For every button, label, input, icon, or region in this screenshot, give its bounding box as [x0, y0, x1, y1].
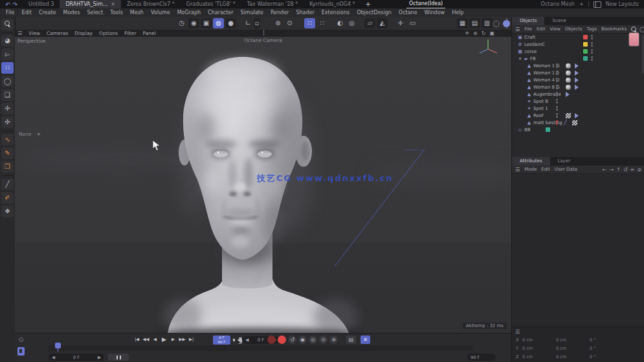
workplane-mode-icon[interactable]: ◭	[377, 18, 388, 28]
viewport-menu-filter[interactable]: Filter	[124, 30, 137, 36]
texture-mode-icon[interactable]: ▱	[364, 18, 375, 28]
interactive-render-icon[interactable]: ◌	[491, 18, 502, 28]
menu-file[interactable]: File	[6, 10, 14, 16]
menu-window[interactable]: Window	[425, 10, 445, 16]
viewport-menu-icon[interactable]: ☰	[17, 30, 22, 36]
document-tab[interactable]: Untitled 3	[23, 0, 60, 8]
viewport-pan-icon[interactable]: ✛	[465, 30, 469, 36]
menu-extensions[interactable]: Extensions	[322, 10, 350, 16]
object-row[interactable]: ▲ Woman 8 G	[512, 83, 644, 90]
opacity-slider[interactable]	[502, 17, 512, 29]
tab-scene[interactable]: Scene	[544, 17, 573, 25]
history-icon[interactable]: ◷	[176, 18, 187, 28]
rotate-tool[interactable]: ◯	[1, 76, 14, 87]
live-selection-tool[interactable]: ◕	[1, 35, 14, 47]
viewport-menu-display[interactable]: Display	[74, 30, 93, 36]
coord-row-x[interactable]: X 0 cm 0 cm 0 °	[512, 336, 644, 343]
object-row[interactable]: ⚙ LeoSkinC	[512, 41, 644, 48]
tab-layer[interactable]: Layer	[550, 157, 579, 165]
select-tool[interactable]: ▻	[1, 48, 14, 60]
attr-history-icon[interactable]: ↺	[623, 167, 628, 173]
autokey-button[interactable]: ↺	[288, 335, 296, 344]
om-menu-tags[interactable]: Tags	[587, 27, 597, 32]
pen-tag-icon[interactable]: ╱	[564, 120, 570, 125]
visibility-dots[interactable]	[556, 63, 558, 69]
visibility-dots[interactable]	[556, 85, 558, 90]
position-value[interactable]: 0 cm	[522, 337, 556, 343]
frame-decrement-icon[interactable]: ◀	[245, 337, 249, 343]
timeline-track[interactable]	[49, 345, 472, 351]
octane-tab[interactable]: Octane(Idea)	[406, 0, 445, 8]
menu-edit[interactable]: Edit	[21, 10, 32, 16]
object-row[interactable]: ▲ Woman 1.0	[512, 69, 644, 76]
visibility-dots[interactable]	[556, 106, 558, 111]
next-frame-button[interactable]: ▶	[169, 335, 177, 344]
close-icon[interactable]: ×	[111, 1, 115, 7]
om-search-icon[interactable]	[631, 27, 637, 32]
render-view-icon[interactable]: ▦	[457, 18, 468, 28]
marker-flag-icon[interactable]	[17, 347, 25, 356]
object-row[interactable]: ✦ Spot 1	[512, 105, 644, 112]
menu-help[interactable]: Help	[452, 10, 463, 16]
record-button[interactable]: ●	[278, 335, 286, 344]
next-key-button[interactable]: ▶▶	[178, 335, 186, 344]
visibility-dots[interactable]	[556, 113, 558, 118]
render-region-icon[interactable]: ▤	[469, 18, 480, 28]
play-button[interactable]: ▶	[160, 335, 168, 344]
document-tab-active[interactable]: DRAHTVA_Sim...×	[60, 0, 121, 8]
record-off-button[interactable]: ●	[267, 335, 276, 344]
object-row-group[interactable]: ▾ ▰ FB	[512, 55, 644, 62]
range-zoom-handle[interactable]	[108, 354, 129, 361]
tag-icon[interactable]	[566, 92, 572, 97]
timeline-playhead[interactable]	[55, 343, 61, 351]
visibility-dots[interactable]	[591, 56, 593, 61]
viewport-rotate-icon[interactable]: ↻	[482, 30, 486, 36]
texture-tag-icon[interactable]	[566, 113, 571, 118]
layer-chip[interactable]	[583, 56, 588, 61]
attr-back-icon[interactable]: ←	[603, 167, 607, 173]
tab-attributes[interactable]: Attributes	[512, 157, 550, 165]
move-tool-icon[interactable]: ◍	[213, 18, 224, 28]
coord-row-z[interactable]: Z 0 cm 0 cm 0 °	[512, 353, 644, 360]
selection-box-button[interactable]: ▤	[346, 335, 356, 344]
object-row[interactable]: ◇ BB	[512, 126, 644, 133]
layer-chip[interactable]	[546, 127, 550, 132]
material-thumb[interactable]	[566, 70, 571, 76]
frame-region-icon[interactable]: ▭	[407, 18, 418, 28]
hud-add-icon[interactable]: +	[37, 131, 41, 137]
material-thumb[interactable]	[566, 85, 571, 90]
sound-icon[interactable]	[233, 337, 241, 343]
range-end-field[interactable]: 90 F	[467, 354, 496, 361]
snap-tool[interactable]: ✣	[1, 116, 14, 128]
attr-lock-icon[interactable]: ⊜	[637, 167, 641, 173]
axis-box-icon[interactable]: ▫	[254, 18, 260, 28]
om-menu-file[interactable]: File	[524, 27, 532, 32]
size-value[interactable]: 0 cm	[556, 346, 590, 351]
attr-menu-userdata[interactable]: User Data	[555, 167, 577, 172]
menu-character[interactable]: Character	[208, 10, 234, 16]
om-menu-view[interactable]: View	[550, 27, 561, 32]
prev-frame-button[interactable]: ◀	[151, 335, 159, 344]
object-row[interactable]: ▲ Augenbraue	[512, 90, 644, 98]
object-row[interactable]: ▦ corse	[512, 48, 644, 55]
model-mode-icon[interactable]: ◎	[346, 18, 357, 28]
visibility-dots[interactable]	[591, 35, 593, 40]
menu-shader[interactable]: Shader	[296, 10, 314, 16]
add-layout-button[interactable]: +	[579, 1, 584, 7]
rect-selection-icon[interactable]: ▣	[201, 18, 212, 28]
coord-row-y[interactable]: Y 0 cm 0 cm 0 °	[512, 345, 644, 352]
material-preview-swatch[interactable]	[628, 32, 639, 47]
move-tool[interactable]: ∷	[1, 62, 14, 74]
goto-start-button[interactable]: |◀	[133, 335, 141, 344]
undo-icon[interactable]: ↶	[5, 1, 10, 8]
spline-pen-tool[interactable]: ∿	[1, 134, 14, 145]
object-row[interactable]: ▲ matt besting ╱	[512, 119, 644, 126]
tag-icon[interactable]	[575, 63, 581, 69]
texture-tag-icon[interactable]	[572, 120, 577, 125]
tag-icon[interactable]	[575, 85, 581, 90]
make-editable-icon[interactable]: ◐	[335, 18, 346, 28]
object-row[interactable]: ▲ Roof	[512, 112, 644, 119]
coord-menu-icon[interactable]: ☰	[515, 329, 520, 335]
poly-tools[interactable]: ❒	[1, 161, 14, 173]
layout-switcher[interactable]: New Layouts	[606, 1, 639, 7]
